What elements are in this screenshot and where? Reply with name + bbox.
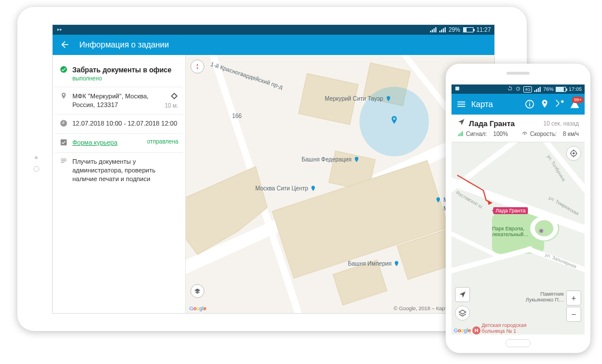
google-logo: Google xyxy=(454,328,471,333)
task-title-row: Забрать документы в офисе выполнено xyxy=(55,61,183,88)
map-pin-icon xyxy=(435,197,442,204)
house-number: 166 xyxy=(232,113,242,119)
screenshot-icon xyxy=(454,86,460,93)
location-button[interactable] xyxy=(539,99,550,109)
back-button[interactable] xyxy=(60,39,70,50)
task-notes: Плучить документы у администратора, пров… xyxy=(72,157,178,183)
task-status: выполнено xyxy=(72,75,178,83)
vehicle-marker[interactable]: Лада Гранта xyxy=(493,207,528,214)
tablet-body: Забрать документы в офисе выполнено МФК … xyxy=(53,55,494,313)
map-canvas xyxy=(452,142,585,334)
update-time: 10 сек. назад xyxy=(544,120,579,127)
task-address-row[interactable]: МФК "Меркурий", Москва, Россия, 123317 1… xyxy=(55,87,183,115)
signal-icon xyxy=(439,27,446,32)
task-form-row[interactable]: Форма курьера отправлена xyxy=(55,134,183,153)
tablet-home-button[interactable] xyxy=(34,166,39,172)
poi-mercury[interactable]: Меркурий Сити Тауэр xyxy=(325,95,392,102)
directions-icon[interactable] xyxy=(170,92,178,100)
pin-icon xyxy=(60,92,68,109)
status-time: 17:05 xyxy=(568,86,582,92)
sync-icon xyxy=(507,86,513,93)
phone-speaker xyxy=(506,72,530,75)
poi-federation[interactable]: Башня Федерация xyxy=(302,156,360,163)
app-bar-title: Карта xyxy=(471,100,493,109)
battery-percent: 29% xyxy=(449,27,460,33)
form-status: отправлена xyxy=(147,138,178,148)
layers-button[interactable] xyxy=(455,306,470,321)
tablet-camera-dot xyxy=(35,156,38,159)
svg-rect-19 xyxy=(461,133,461,136)
phone-app-bar: Карта 99+ xyxy=(452,94,585,115)
svg-point-31 xyxy=(572,152,575,155)
vehicle-name: Лада Гранта xyxy=(469,119,540,128)
google-logo: Google xyxy=(189,306,207,311)
svg-rect-20 xyxy=(462,131,462,136)
form-link[interactable]: Форма курьера xyxy=(72,139,118,146)
task-time-row: 12.07.2018 10:00 - 12.07.2018 12:00 xyxy=(55,115,183,134)
compass-button[interactable] xyxy=(190,60,204,73)
svg-rect-14 xyxy=(529,104,530,106)
map-pin-icon xyxy=(353,156,360,163)
poi-imperia[interactable]: Башня Империя xyxy=(348,260,400,267)
svg-rect-15 xyxy=(529,102,530,103)
signal-icon xyxy=(430,27,436,32)
phone-map[interactable]: Лада Гранта Парк Европа,лекательный… ул.… xyxy=(452,142,585,334)
info-button[interactable] xyxy=(524,99,535,109)
hospital-label: Детская городскаябольница № 1 xyxy=(482,323,527,334)
zoom-in-button[interactable]: + xyxy=(566,291,581,306)
svg-rect-11 xyxy=(456,87,460,91)
battery-percent: 76% xyxy=(543,86,553,92)
check-circle-icon xyxy=(60,65,68,83)
notes-icon xyxy=(60,157,68,183)
phone-screen: 4G 76% 17:05 Карта 99+ Лада Гранта xyxy=(452,84,585,334)
alerts-badge: 99+ xyxy=(572,97,583,103)
hospital-icon[interactable]: H xyxy=(472,326,480,334)
svg-rect-1 xyxy=(61,139,67,146)
poi-city-center[interactable]: Москва Сити Центр xyxy=(255,185,317,192)
gauge-icon xyxy=(522,131,528,137)
status-time: 11:27 xyxy=(476,27,491,33)
monument-label: ПамятникЛукьяненко П… xyxy=(526,292,564,303)
alarm-icon xyxy=(515,86,521,93)
app-bar-title: Информация о задании xyxy=(79,40,169,49)
signal-readout: Сигнал: 100% xyxy=(457,131,508,137)
vehicle-info-panel[interactable]: Лада Гранта 10 сек. назад Сигнал: 100% С… xyxy=(452,115,585,142)
alerts-button[interactable]: 99+ xyxy=(570,99,580,109)
svg-point-16 xyxy=(561,100,564,103)
map-pin-icon xyxy=(385,95,392,102)
task-distance: 10 м. xyxy=(164,102,178,109)
task-title: Забрать документы в офисе xyxy=(72,65,178,75)
menu-button[interactable] xyxy=(456,99,467,109)
my-location-button[interactable] xyxy=(566,146,581,161)
task-notes-row: Плучить документы у администратора, пров… xyxy=(55,153,183,188)
svg-rect-17 xyxy=(458,134,458,136)
svg-point-0 xyxy=(60,66,67,73)
park-icon xyxy=(538,228,544,234)
task-time-range: 12.07.2018 10:00 - 12.07.2018 12:00 xyxy=(72,119,178,128)
navigation-icon xyxy=(457,118,465,128)
task-sidebar: Забрать документы в офисе выполнено МФК … xyxy=(53,55,186,313)
map-pin-icon xyxy=(393,260,400,267)
speed-readout: Скорость: 8 км/ч xyxy=(522,131,579,137)
checkbox-icon xyxy=(60,138,68,148)
route-button[interactable] xyxy=(555,99,565,109)
signal-bars-icon xyxy=(457,131,464,137)
park-label: Парк Европа,лекательный… xyxy=(492,226,528,238)
phone-status-bar: 4G 76% 17:05 xyxy=(452,84,585,94)
tablet-app-bar: Информация о задании xyxy=(53,35,494,55)
battery-icon xyxy=(556,87,566,92)
phone-device-frame: 4G 76% 17:05 Карта 99+ Лада Гранта xyxy=(446,64,590,353)
navigation-arrow-button[interactable] xyxy=(455,287,470,302)
tablet-screen: 29% 11:27 Информация о задании Забрать xyxy=(52,24,495,314)
clock-icon xyxy=(60,119,68,128)
settings-icon xyxy=(56,27,63,34)
network-type: 4G xyxy=(523,86,532,93)
phone-home-button[interactable] xyxy=(505,339,531,347)
task-address: МФК "Меркурий", Москва, Россия, 123317 xyxy=(72,92,160,109)
signal-icon xyxy=(534,86,541,92)
zoom-out-button[interactable]: − xyxy=(566,307,581,322)
location-pin-icon xyxy=(389,115,399,128)
layers-button[interactable] xyxy=(190,284,204,298)
tablet-status-bar: 29% 11:27 xyxy=(53,25,494,35)
svg-rect-18 xyxy=(460,134,460,137)
